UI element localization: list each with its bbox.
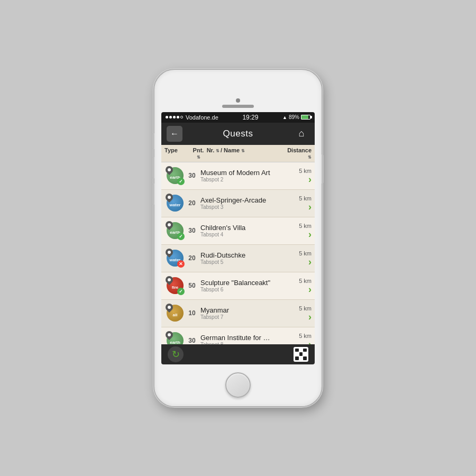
pin-badge <box>164 192 175 203</box>
quest-info: Rudi-Dutschke Tabspot 5 <box>198 251 285 265</box>
screen: Vodafone.de 19:29 ▲ 89% ← Quests ⌂ Type … <box>161 112 315 364</box>
col-name-header[interactable]: / Name ⇅ <box>221 147 285 160</box>
status-badge-green: ✓ <box>177 288 185 295</box>
quest-list: earth ✓ 30 Museum of Modern Art Tabspot … <box>161 162 315 344</box>
quest-points: 30 <box>186 337 198 344</box>
quest-icon-wrap: earth ✓ <box>164 167 186 184</box>
quest-name: Rudi-Dutschke <box>200 251 274 259</box>
quest-points: 30 <box>186 172 198 179</box>
quest-distance: 5 km › <box>285 195 312 212</box>
quest-info: Axel-Springer-Arcade Tabspot 3 <box>198 196 285 210</box>
quest-type-icon: earth ✓ <box>167 222 184 239</box>
quest-name: Sculpture "Balanceakt" <box>200 279 274 287</box>
type-label: earth <box>170 340 180 344</box>
quest-name: Myanmar <box>200 306 274 314</box>
phone-frame: Vodafone.de 19:29 ▲ 89% ← Quests ⌂ Type … <box>153 69 323 407</box>
refresh-button[interactable]: ↻ <box>168 346 184 362</box>
status-bar: Vodafone.de 19:29 ▲ 89% <box>161 112 315 123</box>
quest-distance: 5 km › <box>285 305 312 322</box>
carrier-label: Vodafone.de <box>186 114 218 121</box>
qr-code-button[interactable] <box>294 347 308 362</box>
col-type-header[interactable]: Type <box>164 147 191 160</box>
home-button-nav[interactable]: ⌂ <box>294 126 309 142</box>
bottom-bar: ↻ <box>161 344 315 364</box>
chevron-right-icon: › <box>308 257 312 267</box>
quest-distance: 5 km › <box>285 250 312 267</box>
chevron-right-icon: › <box>308 202 312 212</box>
chevron-right-icon: › <box>308 340 312 344</box>
quest-type-icon: earth <box>167 332 184 344</box>
quest-info: Museum of Modern Art Tabspot 2 <box>198 169 285 182</box>
quest-row[interactable]: fire ✓ 50 Sculpture "Balanceakt" Tabspot… <box>161 272 315 300</box>
quest-points: 20 <box>186 199 198 207</box>
quest-info: Sculpture "Balanceakt" Tabspot 6 <box>198 279 285 292</box>
status-badge-green: ✓ <box>177 178 185 185</box>
quest-icon-wrap: earth ✓ <box>164 222 186 239</box>
physical-home-button[interactable] <box>225 372 251 398</box>
pin-badge <box>164 302 175 313</box>
col-dist-header[interactable]: Distance ⇅ <box>285 147 312 160</box>
chevron-right-icon: › <box>308 175 312 184</box>
quest-sub: Tabspot 7 <box>200 314 285 320</box>
sort-pnt-icon: ⇅ <box>197 155 200 160</box>
quest-row[interactable]: earth 30 German Institute for Hu... Tabs… <box>161 327 315 344</box>
quest-points: 30 <box>186 227 198 234</box>
dist-km-label: 5 km <box>299 168 312 174</box>
quest-name: Axel-Springer-Arcade <box>200 196 274 204</box>
quest-sub: Tabspot 5 <box>200 259 285 265</box>
pin-badge <box>164 164 175 175</box>
pin-badge <box>164 219 175 230</box>
quest-distance: 5 km › <box>285 168 312 184</box>
chevron-right-icon: › <box>308 285 312 294</box>
quest-points: 50 <box>186 282 198 289</box>
chevron-right-icon: › <box>308 230 312 239</box>
quest-sub: Tabspot 3 <box>200 204 285 210</box>
camera <box>236 98 240 103</box>
status-badge-green: ✓ <box>177 233 185 240</box>
sort-dist-icon: ⇅ <box>308 155 312 160</box>
type-label: all <box>173 313 178 317</box>
page-title: Quests <box>223 129 253 139</box>
quest-name: Children's Villa <box>200 224 274 232</box>
dist-km-label: 5 km <box>299 278 312 284</box>
sort-name-icon: ⇅ <box>241 149 245 153</box>
quest-type-icon: fire ✓ <box>167 277 184 294</box>
pin-badge <box>164 329 175 340</box>
phone-bottom <box>154 364 322 407</box>
quest-sub: Tabspot 4 <box>200 232 285 237</box>
quest-row[interactable]: water ✕ 20 Rudi-Dutschke Tabspot 5 5 km … <box>161 245 315 272</box>
quest-type-icon: all <box>167 305 184 322</box>
quest-row[interactable]: all 10 Myanmar Tabspot 7 5 km › <box>161 300 315 327</box>
pin-badge <box>164 274 175 285</box>
pin-badge <box>164 247 175 258</box>
quest-row[interactable]: water 20 Axel-Springer-Arcade Tabspot 3 … <box>161 190 315 217</box>
status-badge-red: ✕ <box>177 260 185 268</box>
quest-points: 20 <box>186 254 198 262</box>
quest-info: German Institute for Hu... Tabspot 8 <box>198 334 285 344</box>
time-label: 19:29 <box>242 114 258 121</box>
quest-icon-wrap: fire ✓ <box>164 277 186 294</box>
nav-bar: ← Quests ⌂ <box>161 123 315 145</box>
dist-km-label: 5 km <box>299 223 312 229</box>
quest-info: Children's Villa Tabspot 4 <box>198 224 285 237</box>
quest-icon-wrap: water ✕ <box>164 250 186 267</box>
quest-row[interactable]: earth ✓ 30 Museum of Modern Art Tabspot … <box>161 162 315 190</box>
quest-type-icon: water ✕ <box>167 250 184 267</box>
battery-pct: 89% <box>289 114 299 120</box>
gps-icon: ▲ <box>282 115 287 120</box>
sort-nr-icon: ⇅ <box>216 149 219 153</box>
quest-info: Myanmar Tabspot 7 <box>198 306 285 320</box>
col-nr-header[interactable]: Nr. ⇅ <box>206 147 221 160</box>
quest-icon-wrap: all <box>164 305 186 322</box>
quest-name: German Institute for Hu... <box>200 334 274 342</box>
quest-name: Museum of Modern Art <box>200 169 274 177</box>
quest-row[interactable]: earth ✓ 30 Children's Villa Tabspot 4 5 … <box>161 217 315 245</box>
back-button[interactable]: ← <box>167 126 182 142</box>
col-pnt-header[interactable]: Pnt. ⇅ <box>191 147 206 160</box>
battery-icon <box>301 115 310 120</box>
quest-icon-wrap: earth <box>164 332 186 344</box>
quest-distance: 5 km › <box>285 223 312 239</box>
quest-distance: 5 km › <box>285 333 312 344</box>
dist-km-label: 5 km <box>299 333 312 339</box>
table-header: Type Pnt. ⇅ Nr. ⇅ / Name ⇅ Distance ⇅ <box>161 145 315 162</box>
